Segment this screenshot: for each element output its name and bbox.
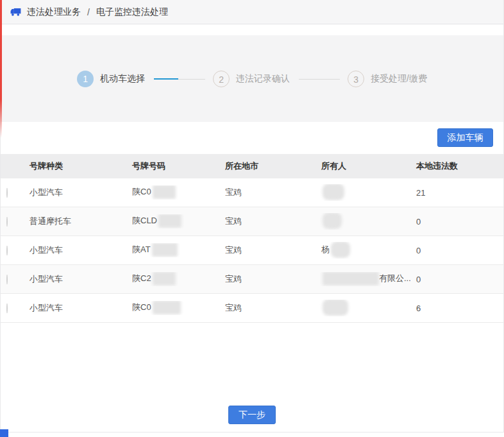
content-card: 违法处理业务 / 电子监控违法处理 1 机动车选择 2 违法记录确认 3 <box>0 0 504 433</box>
cell-plate-type: 小型汽车 <box>24 244 126 256</box>
add-vehicle-button[interactable]: 添加车辆 <box>437 128 493 147</box>
cell-violation-count: 21 <box>410 188 503 198</box>
step-2-label: 违法记录确认 <box>236 73 290 85</box>
row-radio[interactable] <box>6 275 8 284</box>
stepper: 1 机动车选择 2 违法记录确认 3 接受处理/缴费 <box>77 71 427 87</box>
cell-owner <box>315 300 410 316</box>
cell-owner: 有限公... <box>315 272 410 286</box>
row-radio[interactable] <box>6 217 8 227</box>
spacer <box>1 24 503 35</box>
breadcrumb-separator: / <box>87 7 90 17</box>
step-1-vehicle-select: 1 机动车选择 <box>77 71 145 87</box>
redaction-blur <box>323 300 348 316</box>
header-violation-count: 本地违法数 <box>410 160 503 172</box>
header-plate-number: 号牌号码 <box>126 160 219 172</box>
step-connector-1 <box>154 73 205 85</box>
cell-plate-type: 小型汽车 <box>24 187 126 198</box>
header-plate-type: 号牌种类 <box>24 160 126 172</box>
redaction-blur <box>153 301 181 314</box>
step-3-label: 接受处理/缴费 <box>371 73 427 85</box>
table-header: 号牌种类 号牌号码 所在地市 所有人 本地违法数 <box>1 154 503 178</box>
header-owner: 所有人 <box>315 160 410 172</box>
step-1-label: 机动车选择 <box>100 73 145 85</box>
cell-violation-count: 0 <box>410 275 503 284</box>
redaction-blur <box>331 242 350 258</box>
row-radio[interactable] <box>6 304 8 313</box>
step-1-number: 1 <box>77 71 94 87</box>
cell-plate-type: 小型汽车 <box>24 273 126 285</box>
redaction-blur <box>158 214 181 228</box>
breadcrumb-section[interactable]: 违法处理业务 <box>27 6 81 18</box>
cell-owner <box>315 184 410 201</box>
stepper-panel: 1 机动车选择 2 违法记录确认 3 接受处理/缴费 <box>1 35 503 122</box>
breadcrumb: 违法处理业务 / 电子监控违法处理 <box>1 0 503 24</box>
cell-plate-number: 陕CLD <box>126 214 219 228</box>
step-3-pay: 3 接受处理/缴费 <box>348 71 427 87</box>
cell-city: 宝鸡 <box>219 273 315 285</box>
row-radio[interactable] <box>6 188 8 198</box>
table-row[interactable]: 小型汽车 陕C0 宝鸡 6 <box>1 294 503 323</box>
table-row[interactable]: 小型汽车 陕C2 宝鸡 有限公... 0 <box>1 265 503 294</box>
cell-city: 宝鸡 <box>219 244 315 256</box>
cell-city: 宝鸡 <box>219 302 315 314</box>
redaction-blur <box>153 272 176 286</box>
corner-artifact <box>0 429 8 437</box>
cell-plate-number: 陕C0 <box>126 185 219 200</box>
step-3-number: 3 <box>348 71 364 87</box>
cell-owner: 杨 <box>315 242 410 259</box>
step-2-record-confirm: 2 违法记录确认 <box>213 71 290 87</box>
violation-processing-page: 违法处理业务 / 电子监控违法处理 1 机动车选择 2 违法记录确认 3 <box>0 0 504 437</box>
redaction-blur <box>153 185 176 199</box>
redaction-blur <box>323 272 379 286</box>
truck-icon <box>10 6 22 18</box>
cell-city: 宝鸡 <box>219 187 315 198</box>
breadcrumb-current: 电子监控违法处理 <box>96 6 168 18</box>
cell-violation-count: 0 <box>410 246 503 255</box>
step-connector-2 <box>299 73 340 85</box>
cell-violation-count: 0 <box>410 217 503 227</box>
cell-city: 宝鸡 <box>219 216 315 227</box>
cell-plate-number: 陕C2 <box>126 272 219 286</box>
redaction-blur <box>152 243 178 257</box>
row-radio[interactable] <box>6 246 8 255</box>
header-city: 所在地市 <box>219 160 315 172</box>
redaction-blur <box>323 213 342 229</box>
cell-plate-number: 陕AT <box>126 243 219 257</box>
cell-violation-count: 6 <box>410 304 503 313</box>
cell-plate-type: 普通摩托车 <box>24 216 126 227</box>
next-step-button[interactable]: 下一步 <box>228 406 276 424</box>
redaction-blur <box>323 184 344 200</box>
cell-plate-number: 陕C0 <box>126 301 219 315</box>
toolbar: 添加车辆 <box>1 122 503 154</box>
table-row[interactable]: 小型汽车 陕C0 宝鸡 21 <box>1 178 503 207</box>
table-row[interactable]: 普通摩托车 陕CLD 宝鸡 0 <box>1 207 503 236</box>
cell-plate-type: 小型汽车 <box>24 302 126 314</box>
step-2-number: 2 <box>213 71 230 87</box>
table-row[interactable]: 小型汽车 陕AT 宝鸡 杨 0 <box>1 236 503 265</box>
footer: 下一步 <box>1 323 503 424</box>
cell-owner <box>315 213 410 230</box>
red-accent-bar <box>0 0 2 138</box>
